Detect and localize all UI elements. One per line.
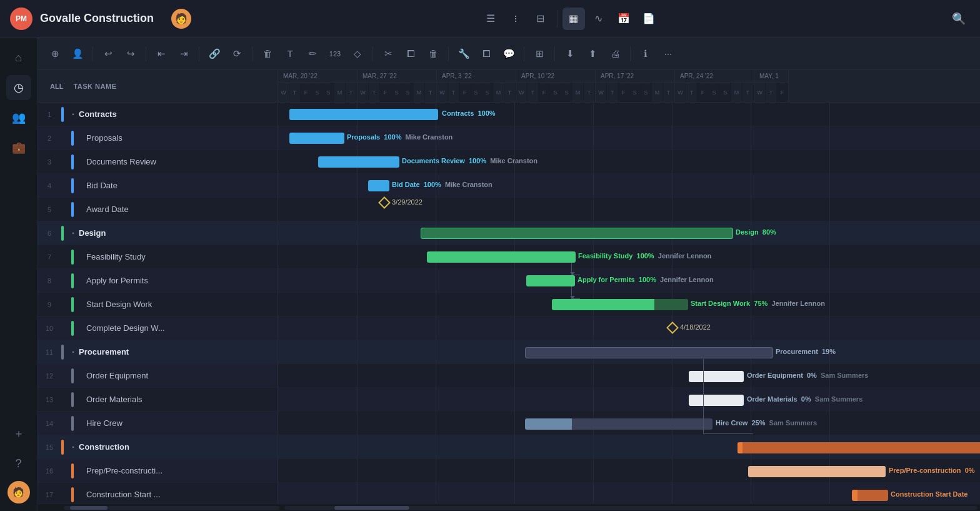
- tool-copy[interactable]: ⧠: [401, 44, 421, 64]
- tool-columns[interactable]: ⊞: [529, 44, 549, 64]
- gantt-bar-contracts[interactable]: [289, 109, 438, 120]
- tool-sep9: [630, 46, 631, 61]
- scrollbar-track[interactable]: [64, 506, 279, 510]
- row-task-name: Design: [79, 228, 278, 238]
- bottom-scrollbar[interactable]: [38, 503, 980, 511]
- day-M: M: [334, 83, 346, 102]
- gantt-bar-docs-review[interactable]: [318, 156, 399, 168]
- topbar-gantt-btn[interactable]: ▦: [562, 8, 585, 30]
- gantt-bar-permits[interactable]: [526, 275, 575, 286]
- tool-draw[interactable]: ✏: [302, 44, 322, 64]
- gantt-bar-label-order-equipment: Order Equipment 0% Sam Summers: [747, 372, 868, 379]
- tool-123[interactable]: 123: [325, 44, 345, 64]
- day-W: W: [358, 83, 369, 102]
- search-btn[interactable]: 🔍: [948, 8, 970, 30]
- tool-add[interactable]: ⊕: [45, 44, 65, 64]
- tool-delete2[interactable]: 🗑: [423, 44, 443, 64]
- main-layout: ⌂ ◷ 👥 💼 ＋ ? 🧑 ⊕ 👤 ↩ ↪ ⇤ ⇥ 🔗 ⟳ 🗑 T ✏: [0, 38, 980, 511]
- sidebar-item-recent[interactable]: ◷: [6, 75, 31, 100]
- sidebar-item-people[interactable]: 👥: [6, 105, 31, 130]
- day-S2: S: [561, 83, 572, 102]
- scrollbar-thumb-left[interactable]: [70, 506, 108, 510]
- tool-comment[interactable]: 💬: [499, 44, 519, 64]
- tool-delete[interactable]: 🗑: [258, 44, 278, 64]
- table-row: 3 Documents Review: [38, 150, 278, 174]
- row-expand-btn[interactable]: ▪: [68, 443, 79, 450]
- gantt-bar-proposals[interactable]: [289, 133, 344, 144]
- sidebar-item-add[interactable]: ＋: [6, 421, 31, 446]
- sidebar-item-work[interactable]: 💼: [6, 135, 31, 160]
- row-task-name: Documents Review: [86, 157, 278, 166]
- tool-redo[interactable]: ↪: [121, 44, 141, 64]
- tool-more[interactable]: ···: [658, 44, 678, 64]
- row-task-name: Prep/Pre-constructi...: [86, 466, 278, 475]
- gantt-bar-design[interactable]: [421, 228, 733, 239]
- sidebar-item-help[interactable]: ?: [6, 451, 31, 476]
- topbar-doc-btn[interactable]: 📄: [638, 8, 660, 30]
- user-avatar-topbar[interactable]: 🧑: [171, 9, 191, 29]
- task-name-column-header: TASK NAME: [73, 83, 116, 90]
- gantt-bar-order-equipment[interactable]: [689, 371, 744, 382]
- row-number: 2: [38, 134, 61, 142]
- row-task-name: Feasibility Study: [86, 252, 278, 261]
- tool-cut[interactable]: ✂: [378, 44, 398, 64]
- gantt-bar-start-design[interactable]: [552, 299, 688, 310]
- tool-text[interactable]: T: [280, 44, 300, 64]
- tool-box[interactable]: ⧠: [476, 44, 496, 64]
- sidebar: ⌂ ◷ 👥 💼 ＋ ? 🧑: [0, 38, 38, 511]
- day-S: S: [550, 83, 561, 102]
- tool-sep1: [92, 46, 93, 61]
- topbar-grid-btn[interactable]: ⊟: [529, 8, 552, 30]
- day-W: W: [596, 83, 607, 102]
- gantt-bar-construction-start[interactable]: [852, 490, 888, 501]
- topbar-bar-btn[interactable]: ⫶: [504, 8, 527, 30]
- table-row: 17 Construction Start ...: [38, 483, 278, 503]
- tool-info[interactable]: ℹ: [636, 44, 656, 64]
- row-task-name: Contracts: [79, 109, 278, 119]
- scrollbar-thumb-right[interactable]: [334, 506, 409, 510]
- day-W: W: [516, 83, 528, 102]
- sidebar-item-home[interactable]: ⌂: [6, 45, 31, 70]
- tool-user[interactable]: 👤: [68, 44, 88, 64]
- day-T2: T: [584, 83, 595, 102]
- gantt-bar-procurement[interactable]: [525, 347, 773, 358]
- tool-link[interactable]: 🔗: [204, 44, 224, 64]
- gantt-bar-bid-date[interactable]: [368, 180, 389, 191]
- table-row: 12 Order Equipment: [38, 364, 278, 388]
- tool-indent-left[interactable]: ⇤: [151, 44, 171, 64]
- row-number: 12: [38, 372, 61, 380]
- tool-wrench[interactable]: 🔧: [454, 44, 474, 64]
- day-W: W: [675, 83, 686, 102]
- sidebar-user-avatar[interactable]: 🧑: [8, 481, 30, 503]
- table-row: 1 ▪ Contracts: [38, 103, 278, 126]
- topbar-activity-btn[interactable]: ∿: [588, 8, 610, 30]
- topbar-calendar-btn[interactable]: 📅: [612, 8, 635, 30]
- day-T: T: [686, 83, 698, 102]
- tool-undo[interactable]: ↩: [98, 44, 118, 64]
- pm-logo: PM: [10, 8, 32, 30]
- day-S: S: [629, 83, 641, 102]
- tool-upload[interactable]: ⬆: [582, 44, 602, 64]
- scrollbar-track-right[interactable]: [284, 506, 978, 510]
- gantt-bar-order-materials[interactable]: [689, 395, 744, 406]
- day-W: W: [754, 83, 766, 102]
- row-number: 8: [38, 277, 61, 285]
- row-number: 7: [38, 253, 61, 261]
- tool-shape[interactable]: ◇: [348, 44, 368, 64]
- tool-print[interactable]: 🖨: [605, 44, 625, 64]
- row-number: 4: [38, 182, 61, 190]
- gantt-bar-feasibility[interactable]: [427, 251, 576, 263]
- gantt-bar-hire-crew[interactable]: [525, 418, 712, 430]
- gantt-bar-construction[interactable]: [738, 442, 980, 453]
- row-expand-btn[interactable]: ▪: [68, 348, 79, 355]
- day-T2: T: [663, 83, 674, 102]
- gantt-bar-prep[interactable]: [748, 466, 886, 477]
- topbar-list-btn[interactable]: ☰: [479, 8, 502, 30]
- all-filter-btn[interactable]: ALL: [45, 80, 68, 93]
- tool-indent-right[interactable]: ⇥: [174, 44, 194, 64]
- tool-dependency[interactable]: ⟳: [227, 44, 247, 64]
- row-expand-btn[interactable]: ▪: [68, 230, 79, 236]
- row-task-name: Complete Design W...: [86, 323, 278, 333]
- row-expand-btn[interactable]: ▪: [68, 111, 79, 118]
- tool-download[interactable]: ⬇: [560, 44, 580, 64]
